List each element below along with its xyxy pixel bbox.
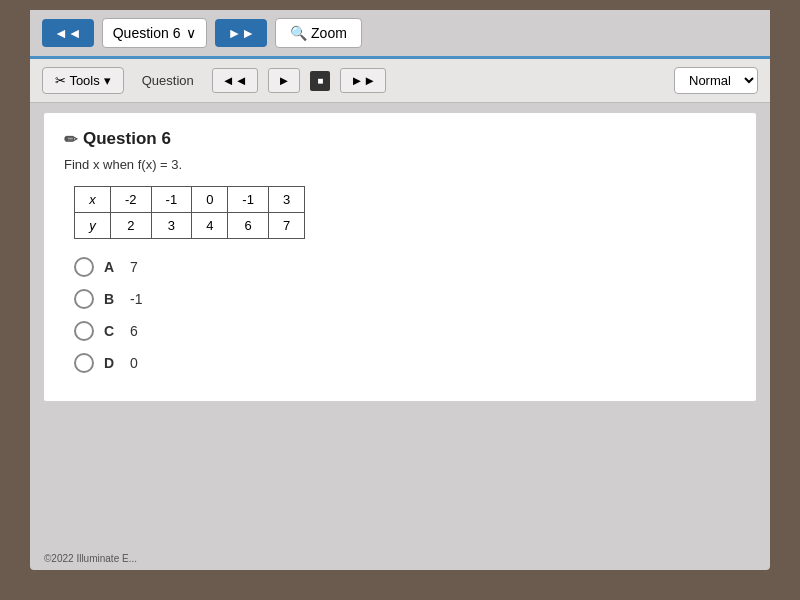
question-number: Question 6 <box>83 129 171 149</box>
toolbar-stop-button[interactable]: ■ <box>310 71 330 91</box>
toolbar-prev-button[interactable]: ◄◄ <box>212 68 258 93</box>
toolbar-question-label: Question <box>134 68 202 93</box>
choice-a-radio[interactable] <box>74 257 94 277</box>
choice-c-value: 6 <box>130 323 138 339</box>
tools-arrow-icon: ▾ <box>104 73 111 88</box>
choice-c-letter: C <box>104 323 120 339</box>
y-val-4: 6 <box>228 213 269 239</box>
top-bar: ◄◄ Question 6 ∨ ►► 🔍 Zoom <box>30 10 770 59</box>
choice-d-radio[interactable] <box>74 353 94 373</box>
toolbar: ✂ Tools ▾ Question ◄◄ ► ■ ►► Normal <box>30 59 770 103</box>
answer-choices: A 7 B -1 C 6 D 0 <box>74 257 736 373</box>
choice-c-row: C 6 <box>74 321 736 341</box>
x-val-4: -1 <box>228 187 269 213</box>
x-val-1: -2 <box>111 187 152 213</box>
question-title: ✏ Question 6 <box>64 129 736 149</box>
choice-b-row: B -1 <box>74 289 736 309</box>
pencil-icon: ✏ <box>64 130 77 149</box>
choice-d-value: 0 <box>130 355 138 371</box>
y-row-header: y <box>75 213 111 239</box>
zoom-button[interactable]: 🔍 Zoom <box>275 18 362 48</box>
choice-d-letter: D <box>104 355 120 371</box>
stop-icon: ■ <box>317 75 323 86</box>
dropdown-arrow-icon: ∨ <box>186 25 196 41</box>
choice-b-value: -1 <box>130 291 142 307</box>
footer-copyright: ©2022 Illuminate E... <box>44 553 137 564</box>
y-val-5: 7 <box>268 213 304 239</box>
question-select-dropdown[interactable]: Question 6 ∨ <box>102 18 208 48</box>
prev-nav-button[interactable]: ◄◄ <box>42 19 94 47</box>
choice-c-radio[interactable] <box>74 321 94 341</box>
choice-a-row: A 7 <box>74 257 736 277</box>
choice-d-row: D 0 <box>74 353 736 373</box>
y-val-1: 2 <box>111 213 152 239</box>
x-val-2: -1 <box>151 187 192 213</box>
next-nav-button[interactable]: ►► <box>215 19 267 47</box>
choice-b-radio[interactable] <box>74 289 94 309</box>
question-select-label: Question 6 <box>113 25 181 41</box>
y-val-2: 3 <box>151 213 192 239</box>
toolbar-play-button[interactable]: ► <box>268 68 301 93</box>
y-val-3: 4 <box>192 213 228 239</box>
main-content: ✏ Question 6 Find x when f(x) = 3. x -2 … <box>44 113 756 401</box>
x-val-3: 0 <box>192 187 228 213</box>
x-row-header: x <box>75 187 111 213</box>
x-val-5: 3 <box>268 187 304 213</box>
tools-button[interactable]: ✂ Tools ▾ <box>42 67 124 94</box>
toolbar-fwd-button[interactable]: ►► <box>340 68 386 93</box>
choice-b-letter: B <box>104 291 120 307</box>
table-row-x: x -2 -1 0 -1 3 <box>75 187 305 213</box>
question-prompt: Find x when f(x) = 3. <box>64 157 736 172</box>
tools-label: ✂ Tools <box>55 73 100 88</box>
normal-dropdown[interactable]: Normal <box>674 67 758 94</box>
data-table: x -2 -1 0 -1 3 y 2 3 4 6 7 <box>74 186 305 239</box>
choice-a-value: 7 <box>130 259 138 275</box>
table-row-y: y 2 3 4 6 7 <box>75 213 305 239</box>
choice-a-letter: A <box>104 259 120 275</box>
